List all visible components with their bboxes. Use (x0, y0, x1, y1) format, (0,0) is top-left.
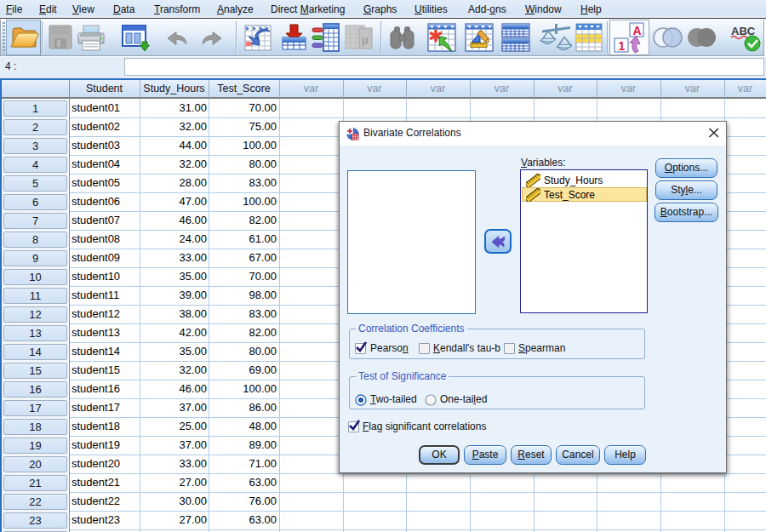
svg-text:1: 1 (619, 39, 626, 53)
svg-text:μ: μ (362, 32, 369, 46)
svg-text:A: A (633, 24, 642, 37)
